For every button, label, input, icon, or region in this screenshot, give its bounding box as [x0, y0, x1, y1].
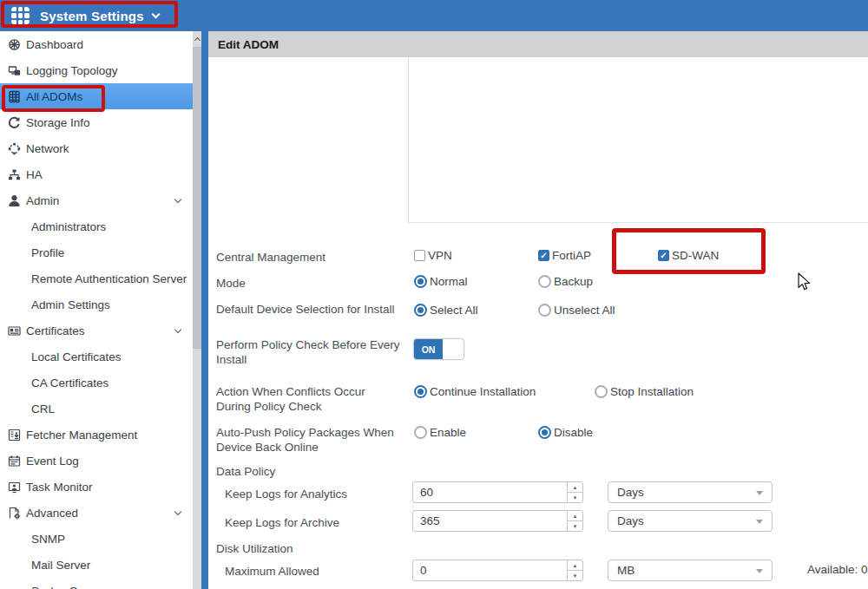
sidebar-item-fetcher-management[interactable]: Fetcher Management: [0, 422, 193, 448]
all-adoms-icon: [7, 89, 21, 103]
radio-icon: [538, 275, 551, 288]
sidebar-item-ha[interactable]: HA: [0, 161, 193, 187]
page-title: Edit ADOM: [218, 38, 279, 51]
radio-selected-icon: [414, 385, 427, 398]
sidebar-item-dashboard[interactable]: Dashboard: [0, 31, 193, 57]
stepper-down-icon[interactable]: ▼: [568, 521, 582, 531]
policy-check-toggle[interactable]: ON: [413, 338, 464, 360]
field-label-conflicts: Action When Conflicts Occur During Polic…: [216, 384, 403, 414]
radio-stop-installation[interactable]: Stop Installation: [595, 385, 694, 398]
radio-select-all[interactable]: Select All: [414, 304, 478, 317]
stepper-up-icon[interactable]: ▲: [568, 482, 582, 493]
sidebar-item-crl[interactable]: CRL: [0, 396, 193, 422]
sidebar-item-label: Admin Settings: [31, 298, 110, 311]
radio-unselect-all[interactable]: Unselect All: [538, 304, 615, 317]
sidebar-item-syslog-server[interactable]: Syslog Server: [0, 578, 193, 589]
number-stepper[interactable]: ▲▼: [567, 560, 582, 580]
sidebar-item-mail-server[interactable]: Mail Server: [0, 552, 193, 578]
sidebar-item-task-monitor[interactable]: Task Monitor: [0, 474, 193, 500]
radio-backup[interactable]: Backup: [538, 275, 593, 288]
sidebar-item-local-certificates[interactable]: Local Certificates: [0, 344, 193, 370]
sidebar-item-label: Logging Topology: [26, 64, 118, 77]
sidebar-item-ca-certificates[interactable]: CA Certificates: [0, 370, 193, 396]
radio-normal[interactable]: Normal: [414, 275, 468, 288]
dropdown-caret-icon: [756, 520, 763, 524]
chevron-down-icon: [174, 508, 181, 515]
system-settings-menu-button[interactable]: System Settings: [0, 0, 184, 31]
sidebar-item-label: Administrators: [31, 220, 106, 233]
content-header: Edit ADOM: [208, 31, 868, 57]
sidebar-item-network[interactable]: Network: [0, 135, 193, 161]
sidebar: Dashboard Logging Topology All ADOMs Sto…: [0, 31, 193, 589]
checkbox-checked-icon: ✓: [538, 250, 549, 261]
dropdown-caret-icon: [756, 491, 763, 495]
sidebar-item-profile[interactable]: Profile: [0, 239, 193, 265]
radio-continue-installation[interactable]: Continue Installation: [414, 385, 536, 398]
max-allowed-input[interactable]: [413, 560, 566, 580]
stepper-up-icon[interactable]: ▲: [568, 511, 582, 521]
logging-topology-icon: [7, 63, 21, 77]
radio-disable[interactable]: Disable: [538, 426, 593, 439]
radio-icon: [414, 426, 427, 439]
checkbox-vpn[interactable]: VPN: [414, 249, 452, 262]
stepper-up-icon[interactable]: ▲: [568, 560, 582, 571]
chevron-down-icon: [174, 196, 181, 203]
sidebar-item-remote-authentication-server[interactable]: Remote Authentication Server: [0, 265, 193, 291]
sidebar-scrollbar-thumb[interactable]: [193, 47, 201, 349]
top-bar: System Settings: [0, 0, 868, 31]
task-monitor-icon: [7, 480, 21, 494]
sidebar-item-label: Network: [26, 142, 69, 155]
analytics-days-input-wrap: ▲▼: [412, 481, 583, 503]
radio-icon: [538, 304, 551, 317]
stepper-down-icon[interactable]: ▼: [568, 571, 582, 580]
analytics-unit-select[interactable]: Days: [608, 481, 773, 503]
checkbox-icon: [414, 250, 425, 261]
network-icon: [7, 141, 21, 155]
fortimanager-window: System Settings Dashboard Logging Topolo…: [0, 0, 868, 589]
sidebar-item-admin-settings[interactable]: Admin Settings: [0, 291, 193, 317]
sidebar-item-label: Profile: [31, 246, 64, 259]
ha-icon: [7, 167, 21, 181]
checkbox-sd-wan[interactable]: ✓ SD-WAN: [658, 249, 719, 262]
sidebar-item-administrators[interactable]: Administrators: [0, 213, 193, 239]
admin-icon: [7, 193, 21, 207]
app-title: System Settings: [40, 9, 144, 23]
radio-enable[interactable]: Enable: [414, 426, 466, 439]
field-label-central-management: Central Management: [216, 250, 403, 265]
sidebar-item-event-log[interactable]: Event Log: [0, 448, 193, 474]
archive-days-input[interactable]: [413, 511, 566, 531]
sidebar-item-logging-topology[interactable]: Logging Topology: [0, 57, 193, 83]
stepper-down-icon[interactable]: ▼: [568, 493, 582, 502]
sidebar-item-advanced[interactable]: Advanced: [0, 500, 193, 526]
sidebar-item-label: All ADOMs: [26, 90, 82, 103]
checkbox-fortiap[interactable]: ✓ FortiAP: [538, 249, 591, 262]
event-log-icon: [7, 454, 21, 468]
sidebar-item-label: Mail Server: [31, 559, 90, 572]
field-label-mode: Mode: [216, 276, 403, 291]
number-stepper[interactable]: ▲▼: [567, 482, 582, 502]
archive-unit-select[interactable]: Days: [608, 510, 773, 532]
section-label-disk-utilization: Disk Utilization: [216, 542, 293, 555]
sidebar-item-certificates[interactable]: Certificates: [0, 317, 193, 344]
sidebar-item-all-adoms[interactable]: All ADOMs: [0, 83, 193, 109]
sidebar-item-admin[interactable]: Admin: [0, 187, 193, 213]
field-label-keep-logs-analytics: Keep Logs for Analytics: [225, 488, 347, 501]
archive-days-input-wrap: ▲▼: [412, 510, 583, 532]
max-allowed-unit-select[interactable]: MB: [608, 560, 773, 581]
sidebar-item-label: Local Certificates: [31, 350, 122, 363]
sidebar-content-divider: [201, 31, 208, 589]
sidebar-item-label: HA: [26, 168, 43, 181]
field-label-keep-logs-archive: Keep Logs for Archive: [225, 516, 339, 529]
scrolled-panel-box: [408, 52, 868, 223]
scrollbar-up-arrow-icon[interactable]: [193, 33, 201, 45]
certificates-icon: [7, 324, 21, 337]
analytics-days-input[interactable]: [413, 482, 566, 502]
number-stepper[interactable]: ▲▼: [567, 511, 582, 531]
field-label-maximum-allowed: Maximum Allowed: [225, 565, 319, 578]
available-space-text: Available: 0.: [807, 563, 868, 576]
sidebar-item-storage-info[interactable]: Storage Info: [0, 109, 193, 135]
section-label-data-policy: Data Policy: [216, 465, 275, 478]
sidebar-item-snmp[interactable]: SNMP: [0, 526, 193, 552]
radio-selected-icon: [414, 275, 427, 288]
field-label-policy-check: Perform Policy Check Before Every Instal…: [216, 337, 403, 367]
